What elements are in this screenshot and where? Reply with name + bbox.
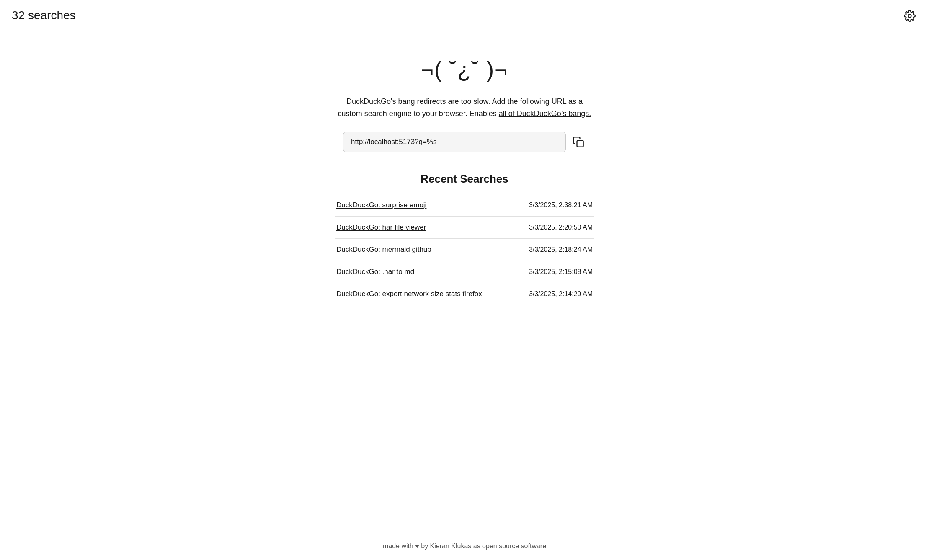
bangs-link[interactable]: all of DuckDuckGo's bangs.: [499, 109, 591, 118]
page-header: 32 searches: [0, 0, 929, 32]
table-row: DuckDuckGo: mermaid github3/3/2025, 2:18…: [335, 239, 594, 261]
search-timestamp: 3/3/2025, 2:18:24 AM: [529, 246, 593, 253]
svg-rect-1: [577, 140, 583, 147]
table-row: DuckDuckGo: .har to md3/3/2025, 2:15:08 …: [335, 261, 594, 283]
settings-button[interactable]: [902, 8, 917, 23]
search-timestamp: 3/3/2025, 2:14:29 AM: [529, 290, 593, 298]
search-result-link[interactable]: DuckDuckGo: export network size stats fi…: [336, 290, 482, 298]
recent-searches-title: Recent Searches: [335, 173, 594, 186]
gear-icon: [904, 10, 916, 22]
footer-text: made with ♥ by Kieran Klukas as open sou…: [383, 542, 546, 550]
search-timestamp: 3/3/2025, 2:38:21 AM: [529, 201, 593, 209]
search-result-link[interactable]: DuckDuckGo: .har to md: [336, 268, 414, 276]
svg-point-0: [908, 15, 911, 18]
search-timestamp: 3/3/2025, 2:20:50 AM: [529, 224, 593, 231]
search-list: DuckDuckGo: surprise emoji3/3/2025, 2:38…: [335, 194, 594, 305]
url-container: [343, 132, 586, 152]
table-row: DuckDuckGo: export network size stats fi…: [335, 283, 594, 305]
search-result-link[interactable]: DuckDuckGo: surprise emoji: [336, 201, 426, 209]
clipboard-icon: [573, 136, 584, 148]
hero-description: DuckDuckGo's bang redirects are too slow…: [335, 95, 594, 120]
url-input[interactable]: [343, 132, 566, 152]
table-row: DuckDuckGo: har file viewer3/3/2025, 2:2…: [335, 217, 594, 239]
search-timestamp: 3/3/2025, 2:15:08 AM: [529, 268, 593, 276]
copy-button[interactable]: [571, 134, 586, 150]
page-footer: made with ♥ by Kieran Klukas as open sou…: [0, 532, 929, 560]
search-count: 32 searches: [12, 8, 76, 23]
main-content: ¬( ˘¿˘ )¬ DuckDuckGo's bang redirects ar…: [318, 32, 611, 322]
recent-searches-section: Recent Searches DuckDuckGo: surprise emo…: [335, 173, 594, 305]
kaomoji-display: ¬( ˘¿˘ )¬: [421, 57, 508, 82]
search-result-link[interactable]: DuckDuckGo: har file viewer: [336, 223, 426, 232]
table-row: DuckDuckGo: surprise emoji3/3/2025, 2:38…: [335, 194, 594, 217]
search-result-link[interactable]: DuckDuckGo: mermaid github: [336, 245, 431, 254]
